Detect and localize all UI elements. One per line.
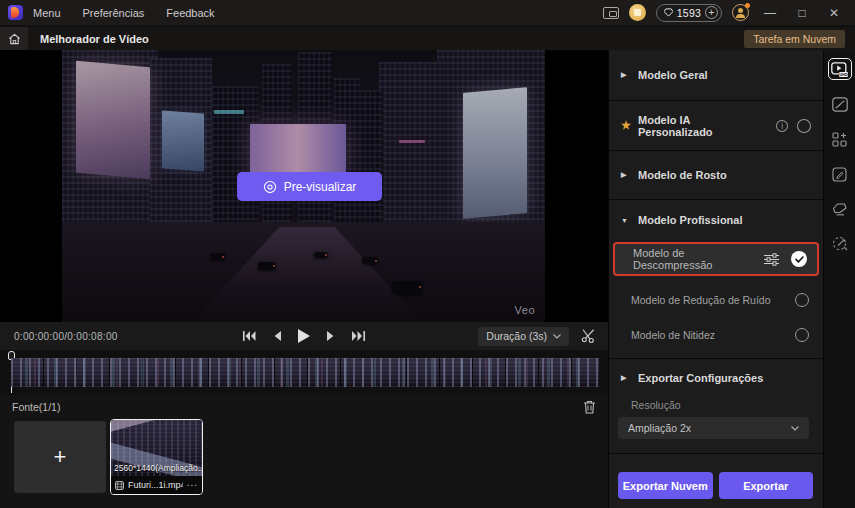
- chevron-down-icon: [791, 426, 799, 431]
- chevron-right-icon: ▶: [621, 71, 629, 79]
- sharpness-radio[interactable]: [795, 328, 809, 342]
- curves-icon: [832, 97, 848, 112]
- timecode: 0:00:00:00/0:00:08:00: [14, 331, 118, 342]
- eye-icon: [263, 180, 277, 194]
- export-settings-label: Exportar Configurações: [638, 372, 763, 384]
- chevron-right-icon: ▶: [621, 374, 629, 382]
- resolution-value: Ampliação 2x: [628, 422, 691, 434]
- eraser-tool[interactable]: [828, 198, 852, 220]
- account-icon[interactable]: [732, 4, 749, 21]
- notification-dot: [745, 3, 750, 8]
- export-cloud-button[interactable]: Exportar Nuvem: [618, 472, 713, 499]
- resolution-label: Resolução: [609, 397, 823, 417]
- skip-end-button[interactable]: [352, 331, 365, 341]
- video-enhance-icon: UHD: [831, 62, 848, 77]
- credits-counter[interactable]: 1593 +: [656, 4, 722, 22]
- section-general-model[interactable]: ▶ Modelo Geral: [609, 50, 823, 101]
- menu-button[interactable]: Menu: [33, 7, 61, 19]
- decompression-label: Modelo de Descompressão: [633, 247, 764, 271]
- smart-select-tool[interactable]: [828, 233, 852, 255]
- credits-amount: 1593: [677, 7, 701, 19]
- app-logo-icon: [8, 5, 23, 20]
- section-professional-model: ▼ Modelo Profissional Modelo de Descompr…: [609, 200, 823, 359]
- duration-dropdown[interactable]: Duração (3s): [478, 327, 569, 346]
- transport-right: Duração (3s): [478, 327, 596, 346]
- resolution-select[interactable]: Ampliação 2x: [618, 417, 809, 439]
- svg-text:UHD: UHD: [839, 72, 848, 77]
- trash-icon: [583, 400, 596, 414]
- preferences-button[interactable]: Preferências: [83, 7, 145, 19]
- info-icon[interactable]: i: [776, 120, 788, 132]
- add-source-button[interactable]: +: [14, 421, 106, 493]
- noise-reduction-label: Modelo de Redução de Ruído: [631, 294, 771, 306]
- batch-tool[interactable]: [828, 128, 852, 150]
- sliders-icon[interactable]: [764, 253, 779, 266]
- maximize-button[interactable]: □: [791, 7, 813, 19]
- film-icon: [115, 481, 124, 490]
- selected-check-icon[interactable]: [791, 251, 807, 267]
- chevron-down-icon: ▼: [621, 217, 629, 224]
- custom-ai-label: Modelo IA Personalizado: [638, 114, 765, 138]
- prev-frame-button[interactable]: [273, 331, 281, 341]
- filmstrip[interactable]: [11, 358, 599, 387]
- screen-cast-icon[interactable]: [603, 7, 619, 19]
- chevron-right-icon: ▶: [621, 171, 629, 179]
- smart-select-icon: [832, 236, 848, 252]
- section-custom-ai-model[interactable]: ★ Modelo IA Personalizado i: [609, 101, 823, 151]
- video-watermark: Veo: [515, 304, 535, 316]
- transport-bar: 0:00:00:00/0:00:08:00 Duração (3s): [0, 322, 608, 350]
- minimize-button[interactable]: —: [759, 7, 781, 19]
- star-icon: ★: [621, 119, 629, 132]
- export-buttons: Exportar Nuvem Exportar: [618, 472, 813, 499]
- clip-filename: Futuri...1i.mp4: [128, 480, 183, 490]
- sharpness-label: Modelo de Nitidez: [631, 329, 715, 341]
- cut-button[interactable]: [581, 329, 596, 343]
- play-icon: [298, 329, 310, 343]
- edit-tool[interactable]: [828, 163, 852, 185]
- option-noise-reduction-model[interactable]: Modelo de Redução de Ruído: [609, 282, 823, 317]
- video-enhance-tool[interactable]: UHD: [828, 58, 852, 80]
- next-frame-button[interactable]: [327, 331, 335, 341]
- curves-tool[interactable]: [828, 93, 852, 115]
- header-bar: Melhorador de Vídeo Tarefa em Nuvem: [0, 27, 855, 50]
- noise-reduction-radio[interactable]: [795, 293, 809, 307]
- delete-source-button[interactable]: [583, 400, 596, 414]
- cloud-task-button[interactable]: Tarefa em Nuvem: [744, 30, 845, 48]
- titlebar-right: 1593 + — □ ✕: [603, 4, 855, 22]
- source-title: Fonte(1/1): [12, 401, 60, 413]
- settings-panel: ▶ Modelo Geral ★ Modelo IA Personalizado…: [608, 50, 823, 508]
- diamond-icon: [664, 8, 673, 17]
- add-credits-icon[interactable]: +: [705, 6, 718, 19]
- tool-strip: UHD: [823, 50, 855, 508]
- section-face-model[interactable]: ▶ Modelo de Rosto: [609, 151, 823, 200]
- skip-start-button[interactable]: [243, 331, 256, 341]
- app-window: Menu Preferências Feedback 1593 + — □ ✕ …: [0, 0, 855, 508]
- scissors-icon: [581, 329, 596, 343]
- preview-button[interactable]: Pre-visualizar: [237, 172, 382, 201]
- professional-model-header[interactable]: ▼ Modelo Profissional: [609, 200, 823, 240]
- feedback-button[interactable]: Feedback: [166, 7, 214, 19]
- clip-resolution: 2560*1440(Ampliação...: [114, 463, 203, 473]
- page-title: Melhorador de Vídeo: [40, 33, 149, 45]
- clip-more-button[interactable]: ...: [187, 483, 198, 488]
- professional-model-label: Modelo Profissional: [638, 214, 743, 226]
- source-header: Fonte(1/1): [0, 395, 608, 419]
- play-button[interactable]: [298, 329, 310, 343]
- custom-ai-radio[interactable]: [797, 119, 811, 133]
- source-clip[interactable]: 2560*1440(Ampliação... Futuri...1i.mp4 .…: [110, 419, 203, 495]
- export-button[interactable]: Exportar: [719, 472, 814, 499]
- option-sharpness-model[interactable]: Modelo de Nitidez: [609, 317, 823, 352]
- source-panel: Fonte(1/1) + 2560*1440(Ampliação... Futu…: [0, 395, 608, 508]
- close-button[interactable]: ✕: [823, 7, 845, 19]
- duration-label: Duração (3s): [486, 330, 547, 342]
- option-decompression-model[interactable]: Modelo de Descompressão: [613, 242, 819, 276]
- gift-avatar-icon[interactable]: [629, 4, 646, 21]
- eraser-icon: [832, 202, 848, 216]
- playback-controls: [243, 329, 365, 343]
- home-button[interactable]: [0, 27, 28, 50]
- skip-end-icon: [352, 331, 365, 341]
- chevron-down-icon: [553, 334, 561, 339]
- section-export-settings: ▶ Exportar Configurações Resolução Ampli…: [609, 359, 823, 454]
- edit-pencil-icon: [832, 167, 847, 182]
- export-settings-header[interactable]: ▶ Exportar Configurações: [609, 359, 823, 397]
